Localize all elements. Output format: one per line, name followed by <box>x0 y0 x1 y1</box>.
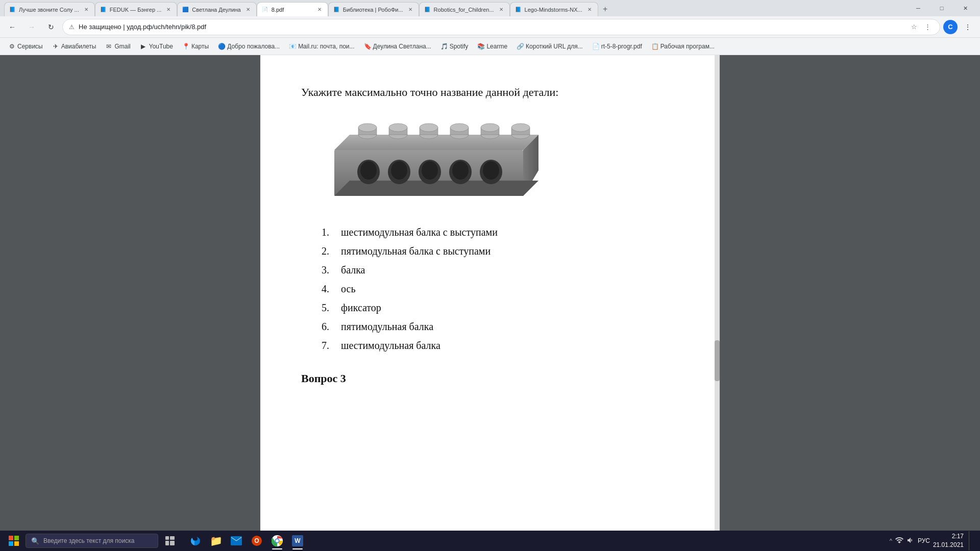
taskbar-explorer-icon[interactable]: 📁 <box>206 531 226 550</box>
bookmark-деулинасветл[interactable]: 🔖Деулина Светлана... <box>360 41 435 52</box>
answer-text: шестимодульная балка <box>341 340 440 352</box>
tray-clock[interactable]: 2:17 21.01.2021 <box>933 532 964 549</box>
tab-favicon: 📘 <box>100 6 107 13</box>
menu-button[interactable]: ⋮ <box>960 19 976 35</box>
browser-frame: 📘 Лучше звоните Солу ... ✕ 📘 FEDUK — Бэн… <box>0 0 980 551</box>
svg-point-9 <box>389 123 407 132</box>
lego-beam-svg <box>314 117 538 204</box>
tab-close-button[interactable]: ✕ <box>406 6 414 14</box>
tab-close-button[interactable]: ✕ <box>585 6 594 14</box>
bookmark-сервисы[interactable]: ⚙Сервисы <box>4 41 47 52</box>
scrollbar[interactable] <box>715 55 720 531</box>
profile-button[interactable]: C <box>943 20 958 34</box>
bookmark-spotify[interactable]: 🎵Spotify <box>436 41 473 52</box>
bookmark-карты[interactable]: 📍Карты <box>178 41 213 52</box>
bookmark-star-icon[interactable]: ☆ <box>908 21 920 33</box>
tab-favicon: 🟦 <box>182 6 189 13</box>
extensions-icon[interactable]: ⋮ <box>921 21 934 33</box>
maximize-button[interactable]: □ <box>931 1 952 15</box>
bookmark-label: Рабочая програм... <box>660 43 715 50</box>
tab-label: FEDUK — Бэнгер ... <box>110 7 162 13</box>
tab-tab4[interactable]: 📄 8.pdf ✕ <box>257 2 328 16</box>
taskbar-chrome-icon[interactable] <box>267 531 287 550</box>
bookmark-добропожалов[interactable]: 🔵Добро пожалова... <box>214 41 284 52</box>
tab-favicon: 📄 <box>261 6 268 13</box>
bookmark-icon: 📚 <box>477 43 484 50</box>
bookmark-label: Авиабилеты <box>61 43 96 50</box>
scroll-thumb[interactable] <box>715 340 720 381</box>
nav-right: C ⋮ <box>943 19 976 35</box>
tab-tab3[interactable]: 🟦 Светлана Деулина ✕ <box>177 2 256 16</box>
address-bar[interactable]: ⚠ Не защищено | удод.рф/uch/tehn/pik/8.p… <box>62 19 940 35</box>
bookmark-youtube[interactable]: ▶YouTube <box>136 41 177 52</box>
tab-close-button[interactable]: ✕ <box>164 6 173 14</box>
answer-item-4: 4.ось <box>322 283 679 295</box>
forward-button[interactable]: → <box>23 19 40 35</box>
tab-close-button[interactable]: ✕ <box>315 6 324 14</box>
taskbar: 🔍 Введите здесь текст для поиска 📁 O W <box>0 531 980 551</box>
title-bar: 📘 Лучше звоните Солу ... ✕ 📘 FEDUK — Бэн… <box>0 0 980 16</box>
new-tab-button[interactable]: + <box>598 2 612 16</box>
answer-item-1: 1.шестимодульная балка с выступами <box>322 227 679 238</box>
svg-point-18 <box>481 123 499 132</box>
svg-rect-38 <box>165 541 169 545</box>
bookmark-icon: 🔖 <box>364 43 371 50</box>
tab-close-button[interactable]: ✕ <box>82 6 90 14</box>
taskbar-word-icon[interactable]: W <box>288 531 307 550</box>
tab-tab2[interactable]: 📘 FEDUK — Бэнгер ... ✕ <box>95 2 178 16</box>
svg-point-23 <box>360 161 377 180</box>
bookmark-icon: ✈ <box>52 43 59 50</box>
bookmark-icon: ▶ <box>140 43 147 50</box>
bookmarks-bar: ⚙Сервисы✈Авиабилеты✉Gmail▶YouTube📍Карты🔵… <box>0 38 980 55</box>
tab-tab1[interactable]: 📘 Лучше звоните Солу ... ✕ <box>4 2 95 16</box>
tab-label: Светлана Деулина <box>192 7 240 13</box>
answer-number: 2. <box>322 245 337 257</box>
answer-number: 4. <box>322 283 337 295</box>
pdf-viewer: Укажите максимально точно название данно… <box>0 55 980 531</box>
bookmark-авиабилеты[interactable]: ✈Авиабилеты <box>48 41 101 52</box>
close-button[interactable]: ✕ <box>954 1 976 15</box>
taskbar-office-icon[interactable]: O <box>247 531 266 550</box>
bookmark-icon: 📧 <box>289 43 296 50</box>
answer-text: пятимодульная балка <box>341 321 433 333</box>
svg-point-6 <box>358 123 377 132</box>
refresh-button[interactable]: ↻ <box>43 19 59 35</box>
bookmark-rt-5-8-progr[interactable]: 📄rt-5-8-progr.pdf <box>588 41 646 52</box>
bookmark-icon: 🎵 <box>440 43 448 50</box>
answers-list: 1.шестимодульная балка с выступами2.пяти… <box>322 227 679 352</box>
bookmark-короткийurlд[interactable]: 🔗Короткий URL для... <box>512 41 587 52</box>
show-desktop-button[interactable] <box>969 531 972 550</box>
svg-point-27 <box>422 161 438 180</box>
bookmark-label: YouTube <box>149 43 173 50</box>
bookmark-icon: 📄 <box>592 43 599 50</box>
taskbar-mail-icon[interactable] <box>227 531 246 550</box>
start-button[interactable] <box>4 531 23 550</box>
bookmark-рабочаяпрогр[interactable]: 📋Рабочая програм... <box>647 41 719 52</box>
tab-tab7[interactable]: 📘 Lego-Mindstorms-NX... ✕ <box>510 2 598 16</box>
bookmark-gmail[interactable]: ✉Gmail <box>101 41 134 52</box>
tray-network-icon[interactable] <box>895 536 903 546</box>
task-view-button[interactable] <box>160 531 180 550</box>
window-controls: ─ □ ✕ <box>908 1 976 15</box>
tray-show-hidden-icon[interactable]: ^ <box>890 538 892 544</box>
answer-number: 7. <box>322 340 337 352</box>
minimize-button[interactable]: ─ <box>908 1 929 15</box>
answer-item-2: 2.пятимодульная балка с выступами <box>322 245 679 257</box>
taskbar-search-icon: 🔍 <box>31 537 39 545</box>
bookmark-mail.ru:почт[interactable]: 📧Mail.ru: почта, пои... <box>285 41 358 52</box>
tab-close-button[interactable]: ✕ <box>497 6 505 14</box>
tray-volume-icon[interactable] <box>906 536 915 546</box>
svg-point-46 <box>276 539 279 542</box>
tray-language-indicator[interactable]: РУС <box>918 537 930 544</box>
answer-number: 3. <box>322 264 337 276</box>
taskbar-search-box[interactable]: 🔍 Введите здесь текст для поиска <box>26 534 158 548</box>
answer-number: 5. <box>322 302 337 314</box>
answer-number: 1. <box>322 227 337 238</box>
tab-close-button[interactable]: ✕ <box>244 6 252 14</box>
svg-text:O: O <box>254 537 259 544</box>
tab-tab5[interactable]: 📘 Библиотека | РобоФи... ✕ <box>328 2 419 16</box>
back-button[interactable]: ← <box>4 19 20 35</box>
tab-tab6[interactable]: 📘 Robotics_for_Children... ✕ <box>419 2 510 16</box>
bookmark-learme[interactable]: 📚Learme <box>473 41 511 52</box>
taskbar-edge-icon[interactable] <box>186 531 205 550</box>
